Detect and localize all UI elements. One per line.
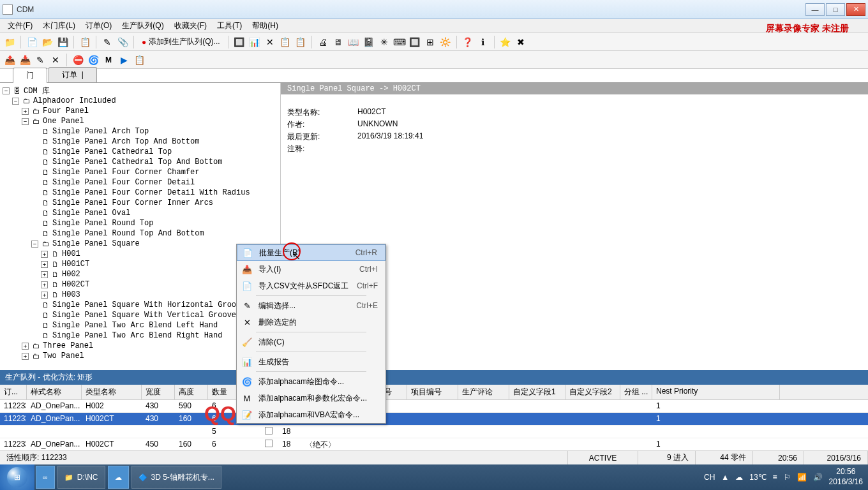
tool-icon[interactable]: 📖 — [347, 35, 361, 49]
menu-tools[interactable]: 工具(T) — [212, 19, 247, 33]
tool-icon[interactable]: 📓 — [362, 35, 376, 49]
stop-icon[interactable]: ⛔ — [71, 53, 85, 67]
menu-library[interactable]: 木门库(L) — [38, 19, 80, 33]
queue-columns: 订... 样式名称 类型名称 宽度 高度 数量 数量 门名称 订单号 项目编号 … — [0, 385, 868, 400]
tree-leaf[interactable]: 🗋Single Panel Four Corner Detail With Ra… — [3, 188, 278, 198]
tool-icon[interactable]: ⊞ — [423, 35, 437, 49]
detail-updated-value: 2016/3/19 18:19:41 — [357, 131, 423, 142]
context-menu-item[interactable]: ✎编辑选择...Ctrl+E — [237, 297, 385, 314]
maximize-button[interactable]: □ — [826, 3, 845, 16]
tree-node[interactable]: −🗀One Panel — [3, 116, 278, 126]
tree-node[interactable]: +🗀Four Panel — [3, 106, 278, 116]
queue-row[interactable]: 518 — [0, 426, 868, 438]
context-menu-item[interactable]: 🌀添加alphacam绘图命令... — [237, 373, 385, 390]
open-icon[interactable]: 📂 — [40, 35, 54, 49]
tree-leaf[interactable]: 🗋Single Panel Oval — [3, 208, 278, 218]
taskbar-item[interactable]: ☁ — [108, 466, 129, 489]
star-icon[interactable]: ⭐ — [498, 35, 513, 49]
tree-root[interactable]: −🗄CDM 库 — [3, 85, 278, 96]
statusbar: 活性顺序: 112233 ACTIVE 9 进入 44 零件 20:56 201… — [0, 450, 868, 464]
tree-leaf[interactable]: 🗋Single Panel Cathedral Top And Bottom — [3, 157, 278, 167]
tool-icon[interactable]: 🔲 — [408, 35, 422, 49]
tool-icon[interactable]: 🔲 — [232, 35, 246, 49]
taskbar-item[interactable]: 🔷 3D 5-轴雕花机专... — [131, 466, 221, 489]
delete-icon[interactable]: ✕ — [49, 53, 63, 67]
tool-icon[interactable]: 📋 — [132, 53, 146, 67]
tree-leaf[interactable]: 🗋Single Panel Arch Top And Bottom — [3, 137, 278, 147]
status-order: 活性顺序: 112233 — [0, 451, 568, 464]
context-menu-item[interactable]: 📝添加alphacam和VBA宏命令... — [237, 406, 385, 423]
delete-icon[interactable]: ✕ — [263, 35, 277, 49]
star-remove-icon[interactable]: ✖ — [514, 35, 528, 49]
tree-leaf[interactable]: 🗋Single Panel Four Corner Detail — [3, 177, 278, 188]
tree-leaf[interactable]: 🗋Single Panel Round Top And Bottom — [3, 228, 278, 239]
context-menu-item[interactable]: M添加alphacam和参数化宏命令... — [237, 390, 385, 406]
network-icon[interactable]: 📶 — [797, 473, 807, 482]
toolbar-secondary: 📤 📥 ✎ ✕ ⛔ 🌀 M ▶ 📋 — [0, 51, 868, 69]
tool-icon[interactable]: 📥 — [18, 53, 32, 67]
context-menu-item[interactable]: 📥导入(I)Ctrl+I — [237, 261, 385, 278]
minimize-button[interactable]: — — [805, 3, 825, 16]
context-menu-item[interactable]: 📊生成报告 — [237, 353, 385, 370]
menu-order[interactable]: 订单(O) — [80, 19, 117, 33]
taskbar-item[interactable]: ∞ — [36, 466, 55, 489]
taskbar-item[interactable]: 📁 D:\NC — [57, 466, 105, 489]
tree-leaf[interactable]: 🗋Single Panel Round Top — [3, 218, 278, 228]
context-menu-item[interactable]: ✕删除选定的 — [237, 314, 385, 330]
queue-row[interactable]: 112233AD_OnePan...H002CT43016061 — [0, 413, 868, 426]
menu-favorites[interactable]: 收藏夹(F) — [169, 19, 212, 33]
copy-icon[interactable]: 📋 — [78, 35, 92, 49]
edit-icon[interactable]: ✎ — [33, 53, 47, 67]
new-icon[interactable]: 📄 — [25, 35, 39, 49]
tree-leaf[interactable]: 🗋Single Panel Four Corner Chamfer — [3, 167, 278, 177]
tool-icon[interactable]: 📎 — [116, 35, 130, 49]
menu-queue[interactable]: 生产队列(Q) — [117, 19, 168, 33]
weather-icon[interactable]: ☁ — [735, 473, 743, 482]
volume-icon[interactable]: 🔊 — [813, 473, 823, 482]
queue-row[interactable]: 112233AD_OnePan...H00243059061 — [0, 400, 868, 413]
tray-icon[interactable]: ▲ — [721, 473, 729, 482]
tray-clock[interactable]: 20:56 2016/3/16 — [829, 467, 863, 487]
main-area: −🗄CDM 库 −🗀Alphadoor Included +🗀Four Pane… — [0, 83, 868, 370]
tool-icon[interactable]: 📋 — [294, 35, 308, 49]
start-button[interactable]: ⊞ — [0, 464, 34, 490]
tool-icon[interactable]: 🔆 — [438, 35, 453, 49]
temperature: 13℃ — [749, 473, 766, 482]
system-tray[interactable]: CH ▲ ☁ 13℃ ≡ ⚐ 📶 🔊 20:56 2016/3/16 — [699, 467, 868, 487]
tool-icon[interactable]: 🌀 — [86, 53, 100, 67]
tool-icon[interactable]: 📋 — [278, 35, 292, 49]
tool-icon[interactable]: 📁 — [3, 35, 17, 49]
close-button[interactable]: ✕ — [846, 3, 865, 16]
context-menu-item[interactable]: 🧹清除(C) — [237, 334, 385, 350]
tool-icon[interactable]: ✳ — [377, 35, 391, 49]
menubar: 文件(F) 木门库(L) 订单(O) 生产队列(Q) 收藏夹(F) 工具(T) … — [0, 19, 868, 33]
menu-file[interactable]: 文件(F) — [3, 19, 38, 33]
tree-leaf[interactable]: 🗋Single Panel Cathedral Top — [3, 147, 278, 157]
toolbar-main: 📁 📄 📂 💾 📋 ✎ 📎 ●添加到生产队列(Q)... 🔲 📊 ✕ 📋 📋 🖨… — [0, 33, 868, 51]
tab-order[interactable]: 订单 | — [49, 67, 97, 82]
tool-icon[interactable]: M — [101, 53, 116, 67]
context-menu-item[interactable]: 📄导入CSV文件从SFDC返工Ctrl+F — [237, 278, 385, 294]
help-icon[interactable]: ❓ — [461, 35, 475, 49]
tool-icon[interactable]: ⌨ — [393, 35, 407, 49]
tool-icon[interactable]: 🖥 — [331, 35, 345, 49]
tray-icon[interactable]: ⚐ — [784, 473, 791, 482]
tool-icon[interactable]: ✎ — [100, 35, 114, 49]
menu-help[interactable]: 帮助(H) — [247, 19, 283, 33]
tab-door[interactable]: 门 — [13, 68, 47, 83]
save-icon[interactable]: 💾 — [56, 35, 70, 49]
info-icon[interactable]: ℹ — [476, 35, 490, 49]
tool-icon[interactable]: 📤 — [3, 53, 17, 67]
add-to-queue-button[interactable]: ●添加到生产队列(Q)... — [138, 36, 224, 47]
tool-icon[interactable]: 📊 — [248, 35, 262, 49]
context-menu-item[interactable]: 📄批量生产(R)Ctrl+R — [237, 244, 385, 261]
tool-icon[interactable]: 🖨 — [316, 35, 330, 49]
play-icon[interactable]: ▶ — [117, 53, 131, 67]
tree-leaf[interactable]: 🗋Single Panel Four Corner Inner Arcs — [3, 198, 278, 208]
lang-indicator[interactable]: CH — [704, 473, 715, 482]
detail-comment-label: 注释: — [287, 144, 357, 154]
tree-leaf[interactable]: 🗋Single Panel Arch Top — [3, 126, 278, 137]
tray-icon[interactable]: ≡ — [773, 473, 777, 482]
queue-grid[interactable]: 订... 样式名称 类型名称 宽度 高度 数量 数量 门名称 订单号 项目编号 … — [0, 385, 868, 452]
tree-node[interactable]: −🗀Alphadoor Included — [3, 96, 278, 106]
